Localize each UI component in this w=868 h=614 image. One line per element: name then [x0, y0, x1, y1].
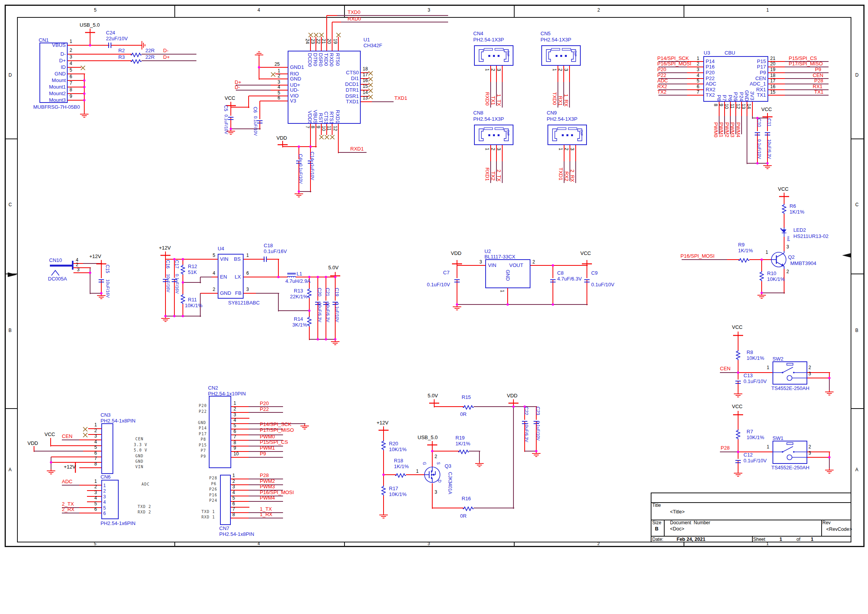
label-1k-1: 1K/1% — [790, 209, 804, 215]
label-ph2-54-1x10pin: PH2.54-1x10PIN — [208, 391, 246, 397]
wire — [278, 293, 279, 311]
label-usb-5-0: USB_5.0 — [418, 435, 438, 440]
label-v3: V3 — [290, 98, 296, 104]
junction-dot — [512, 405, 515, 408]
label-p16-spi-mosi: P16/SPI_MOSI — [260, 490, 294, 495]
label-6: 6 — [94, 507, 97, 512]
wire — [249, 518, 283, 518]
label-p9: P9 — [260, 451, 266, 457]
label-5: 5 — [103, 506, 106, 511]
resistor-R20 — [381, 440, 386, 452]
label-p16: P16 — [209, 493, 217, 498]
label-2: 2 — [76, 262, 78, 267]
label-sy8121babc: SY8121BABC — [228, 300, 260, 306]
zone-label-top: 3 — [428, 8, 430, 13]
label-pwm3: PWM3 — [730, 122, 735, 137]
label-22r: 22R — [145, 48, 155, 53]
ground — [824, 468, 834, 475]
label-c14: C14 — [309, 152, 314, 160]
label-vout: VOUT — [509, 263, 523, 268]
cn7-header — [220, 475, 231, 525]
label-vbus: VBUS — [41, 43, 66, 48]
label-2: 2 — [103, 489, 106, 494]
label-dip: DIP — [506, 130, 510, 136]
label-vcc: VCC — [580, 251, 591, 256]
label-2: 2 — [278, 74, 280, 79]
label-3: 3 — [808, 371, 811, 376]
cn2-header — [209, 396, 231, 468]
label-1: 1 — [552, 68, 557, 71]
label-1uf-10v: 1uF/10V — [310, 164, 314, 180]
wire — [432, 483, 433, 509]
label-1: 1 — [484, 148, 489, 151]
wire — [768, 95, 786, 96]
wire — [62, 485, 80, 486]
wire — [79, 513, 102, 513]
label-p9: P9 — [201, 455, 206, 459]
label-txd1: TXD1 — [558, 168, 563, 180]
frame-line — [851, 408, 865, 409]
label-p15: P15 — [744, 59, 766, 64]
label-10k-1: 10K/1% — [767, 277, 785, 282]
label-c15: C15 — [105, 265, 110, 273]
label-ts4552e-250ah: TS4552E-250AH — [771, 465, 809, 470]
label-p20: P20 — [657, 67, 666, 72]
label-c23: C23 — [535, 407, 540, 415]
label-1: 1 — [766, 250, 768, 255]
capacitor-C9 — [584, 277, 590, 284]
label-1: 1 — [232, 473, 235, 478]
zone-label-bottom: 5 — [94, 542, 96, 546]
wire — [587, 265, 587, 278]
label-24: 24 — [305, 39, 310, 44]
label-tx1: TX1 — [490, 96, 496, 105]
label-pwm1: PWM1 — [718, 122, 724, 137]
label-d: D- — [235, 85, 240, 90]
label-cjk3401a: CJK3401A — [447, 472, 452, 494]
label-q2: Q2 — [788, 255, 795, 260]
zone-label-right: A — [855, 467, 858, 472]
label-gnd: GND — [41, 71, 66, 77]
label-10k-1: 10K/1% — [747, 435, 764, 440]
label-p22: P22 — [260, 407, 269, 412]
wire — [341, 22, 448, 22]
doc-number-value: <Doc> — [670, 527, 684, 532]
junction-dot — [309, 145, 312, 148]
label-dc005a: DC005A — [48, 276, 67, 282]
label-rxd0: RXD0 — [329, 53, 334, 67]
label-r12: R12 — [188, 264, 197, 269]
label-22r: 22R — [145, 55, 155, 60]
wire — [434, 406, 464, 407]
wire — [687, 89, 704, 90]
wire — [73, 272, 91, 273]
label-pwm0: PWM0 — [260, 434, 275, 440]
wire — [332, 22, 333, 51]
resistor-R18 — [395, 472, 406, 479]
schematic-page: 5544332211DDCCBBAACN1MUBFRSG-7H-05B0USB_… — [0, 0, 868, 614]
label-adc: ADC — [142, 482, 150, 487]
label-ts4552e-250ah: TS4552E-250AH — [771, 386, 809, 391]
label-1k-1: 1K/1% — [394, 464, 409, 469]
label-1: 1 — [94, 479, 97, 484]
label-mount1: Mount1 — [41, 84, 66, 90]
label-12v: +12V — [377, 420, 389, 426]
label-1: 1 — [767, 445, 769, 450]
label-c6: C6 — [252, 107, 258, 113]
label-cts1: CTS1 — [323, 111, 329, 124]
label-p24: P24 — [738, 92, 744, 101]
label-pwm1: PWM1 — [260, 445, 275, 451]
label-20: 20 — [770, 62, 775, 67]
wire — [479, 451, 480, 462]
label-2: 2 — [213, 287, 215, 292]
resistor-R7 — [736, 429, 740, 441]
label-adc: ADC — [62, 479, 72, 484]
wire — [741, 116, 742, 134]
capacitor-C10 — [754, 130, 761, 137]
junction-dot — [325, 338, 327, 340]
label-12: 12 — [735, 104, 740, 109]
power-VCC-bar — [733, 410, 743, 417]
wire — [361, 101, 373, 102]
label-1-tx: 1_TX — [496, 94, 501, 106]
junction-dot — [506, 303, 509, 306]
ground — [762, 164, 773, 171]
label-0-1uf-10v: 0.1uF/10V — [334, 303, 339, 322]
